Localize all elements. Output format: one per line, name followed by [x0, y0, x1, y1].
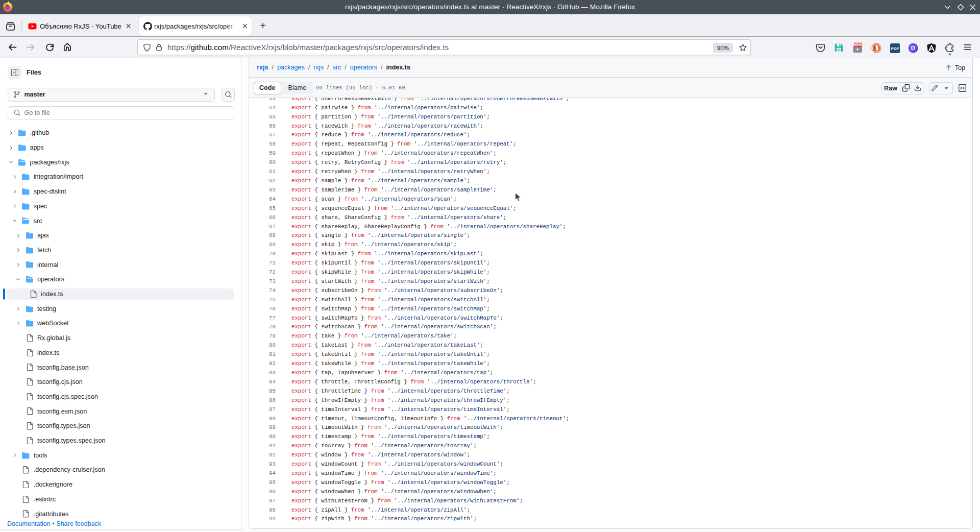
svg-text:D: D [911, 45, 915, 51]
svg-text:PDF: PDF [891, 46, 899, 51]
svg-text:NEW: NEW [854, 43, 863, 46]
